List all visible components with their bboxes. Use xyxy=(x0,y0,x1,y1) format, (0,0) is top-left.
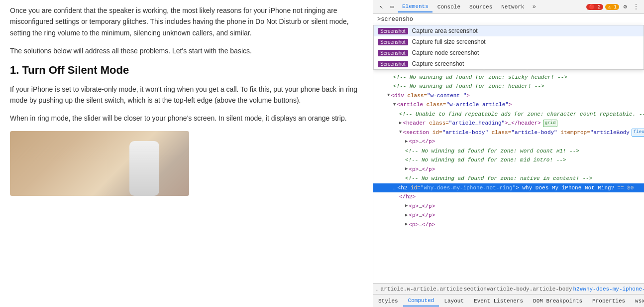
tab-computed[interactable]: Computed xyxy=(403,296,439,307)
triangle-section[interactable]: ▼ xyxy=(399,129,402,136)
tab-styles[interactable]: Styles xyxy=(373,296,403,306)
triangle-p1[interactable]: ▶ xyxy=(405,139,408,146)
devtools-topbar: ↖ ▭ Elements Console Sources Network » 🔴… xyxy=(373,0,644,14)
autocomplete-container: Screenshot Capture area screenshot Scree… xyxy=(373,14,644,25)
article-paragraph-2: The solutions below will address all the… xyxy=(10,45,363,56)
tree-row-comment-midintro[interactable]: <!-- No winning ad found for zone: mid i… xyxy=(373,155,644,165)
tab-sources[interactable]: Sources xyxy=(465,2,496,12)
article-image xyxy=(10,131,189,196)
autocomplete-item-1[interactable]: Screenshot Capture full size screenshot xyxy=(374,36,644,47)
tab-layout[interactable]: Layout xyxy=(439,296,469,306)
triangle-p4[interactable]: ▶ xyxy=(405,212,408,219)
screenshot-badge-1: Screenshot xyxy=(378,39,408,45)
tab-wsxdn[interactable]: wsxdn.m:li xyxy=(630,296,644,306)
triangle-p5[interactable]: ▶ xyxy=(405,221,408,228)
cursor-icon[interactable]: ↖ xyxy=(376,2,386,12)
error-badge: 🔴 2 xyxy=(586,4,603,10)
tab-dom-breakpoints[interactable]: DOM Breakpoints xyxy=(528,296,587,306)
tree-row-w-content[interactable]: ▼ <div class="w-content "> xyxy=(373,91,644,101)
settings-icon[interactable]: ⚙ xyxy=(620,2,630,12)
tree-row-p5[interactable]: ▶ <p>…</p> xyxy=(373,220,644,230)
more-dots: … xyxy=(393,184,397,192)
tree-row-comment-wordcount[interactable]: <!-- No winning ad found for zone: word … xyxy=(373,147,644,156)
autocomplete-label-2: Capture node screenshot xyxy=(412,49,479,56)
autocomplete-item-2[interactable]: Screenshot Capture node screenshot xyxy=(374,47,644,58)
device-icon[interactable]: ▭ xyxy=(387,2,397,12)
tree-row-article[interactable]: ▼ <article class="w-article article"> xyxy=(373,100,644,110)
tree-row-p2[interactable]: ▶ <p>…</p> xyxy=(373,165,644,174)
tab-elements[interactable]: Elements xyxy=(398,1,432,12)
tree-row-p1[interactable]: ▶ <p>…</p> xyxy=(373,137,644,147)
screenshot-badge-2: Screenshot xyxy=(378,50,408,56)
tree-row-comment-header[interactable]: <!-- No winning ad found for zone: heade… xyxy=(373,82,644,91)
triangle-p3[interactable]: ▶ xyxy=(405,203,408,210)
autocomplete-label-0: Capture area screenshot xyxy=(412,27,478,34)
autocomplete-item-0[interactable]: Screenshot Capture area screenshot xyxy=(374,25,644,36)
autocomplete-item-3[interactable]: Screenshot Capture screenshot xyxy=(374,58,644,69)
tree-row-comment-sticky[interactable]: <!-- No winning ad found for zone: stick… xyxy=(373,73,644,82)
search-input[interactable] xyxy=(373,14,644,25)
tab-console[interactable]: Console xyxy=(433,2,464,12)
screenshot-badge-0: Screenshot xyxy=(378,28,408,34)
tree-row-h2-selected[interactable]: … <h2 id="why-does-my-iphone-not-ring"> … xyxy=(373,183,644,193)
breadcrumb-section[interactable]: section#article-body.article-body xyxy=(464,286,572,292)
screenshot-badge-3: Screenshot xyxy=(378,61,408,67)
autocomplete-label-3: Capture screenshot xyxy=(412,60,464,67)
breadcrumb-article[interactable]: article.w-article.article xyxy=(381,286,463,292)
triangle-article-header[interactable]: ▶ xyxy=(399,120,402,127)
article-paragraph-4: When in ring mode, the slider will be cl… xyxy=(10,113,363,124)
tree-row-h2-close[interactable]: </h2> xyxy=(373,192,644,202)
breadcrumb-h2[interactable]: h2#why-does-my-iphone-not-ring xyxy=(573,286,644,292)
article-content: Once you are confident that the speaker … xyxy=(0,0,373,307)
tab-event-listeners[interactable]: Event Listeners xyxy=(469,296,528,306)
tab-properties[interactable]: Properties xyxy=(587,296,630,306)
breadcrumb-dots[interactable]: … xyxy=(376,286,380,292)
grid-badge: grid xyxy=(543,120,558,128)
autocomplete-label-1: Capture full size screenshot xyxy=(412,38,486,45)
more-tabs-icon[interactable]: » xyxy=(529,2,539,12)
tree-row-comment-repeatable[interactable]: <!-- Unable to find repeatable ads for z… xyxy=(373,110,644,119)
flex-badge: flex xyxy=(632,129,644,137)
article-paragraph-1: Once you are confident that the speaker … xyxy=(10,5,363,38)
article-heading-1: 1. Turn Off Silent Mode xyxy=(10,64,363,77)
devtools-panel: ↖ ▭ Elements Console Sources Network » 🔴… xyxy=(373,0,644,307)
tree-row-article-header[interactable]: ▶ <header class="article_heading">…</hea… xyxy=(373,119,644,128)
warn-badge: ⚠ 1 xyxy=(605,4,619,10)
status-icons: 🔴 2 ⚠ 1 xyxy=(586,4,619,10)
tree-row-p3[interactable]: ▶ <p>…</p> xyxy=(373,202,644,211)
tree-row-p4[interactable]: ▶ <p>…</p> xyxy=(373,211,644,220)
tree-row-section-article-body[interactable]: ▼ <section id="article-body" class="arti… xyxy=(373,128,644,138)
triangle-w-content[interactable]: ▼ xyxy=(387,92,390,99)
article-paragraph-3: If your iPhone is set to vibrate-only mo… xyxy=(10,84,363,106)
triangle-article[interactable]: ▼ xyxy=(393,102,396,109)
devtools-bottom-tabs: Styles Computed Layout Event Listeners D… xyxy=(373,294,644,307)
tree-row-comment-native[interactable]: <!-- No winning ad found for zone: nativ… xyxy=(373,174,644,183)
more-menu-icon[interactable]: ⋮ xyxy=(631,2,641,12)
autocomplete-dropdown: Screenshot Capture area screenshot Scree… xyxy=(373,25,644,70)
triangle-p2[interactable]: ▶ xyxy=(405,166,408,173)
devtools-breadcrumb: … article.w-article.article section#arti… xyxy=(373,283,644,294)
tab-network[interactable]: Network xyxy=(497,2,528,12)
dollar-sign: == $0 xyxy=(617,184,634,192)
